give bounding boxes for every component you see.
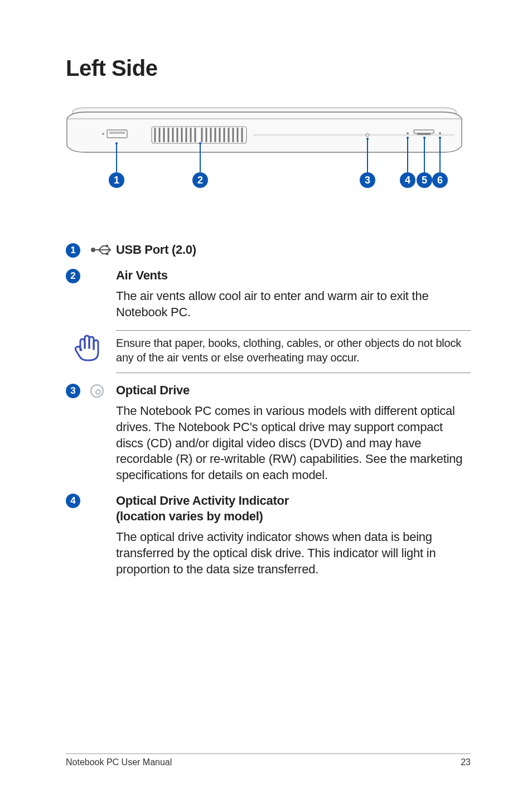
callout-line — [116, 143, 117, 172]
callout-line — [407, 138, 408, 172]
callout-layer: 1 2 3 4 5 6 — [64, 104, 465, 216]
footer-manual-title: Notebook PC User Manual — [66, 757, 172, 767]
caution-note: Ensure that paper, books, clothing, cabl… — [66, 330, 471, 373]
page-footer: Notebook PC User Manual 23 — [66, 753, 471, 767]
callout-bubble: 6 — [432, 172, 448, 188]
left-side-diagram: 1 2 3 4 5 6 — [64, 104, 465, 216]
callout-bubble: 5 — [417, 172, 432, 188]
footer-rule — [66, 753, 471, 754]
callout-line — [424, 138, 425, 172]
section-title: Air Vents — [116, 268, 471, 283]
svg-point-34 — [106, 253, 109, 255]
section-usb-port: 1 + USB Port (2.0) — [66, 243, 471, 258]
section-title: Optical Drive Activity Indicator (locati… — [116, 493, 471, 524]
disc-icon — [90, 384, 104, 398]
section-title: Optical Drive — [116, 383, 471, 398]
section-paragraph: The air vents allow cool air to enter an… — [116, 288, 471, 320]
section-paragraph: The Notebook PC comes in various models … — [116, 403, 471, 483]
callout-bubble: 1 — [109, 172, 124, 188]
section-number: 1 — [66, 243, 80, 258]
section-title-line1: Optical Drive Activity Indicator — [116, 494, 289, 508]
section-number: 2 — [66, 269, 80, 283]
hand-stop-icon — [72, 334, 101, 363]
svg-text:+: + — [105, 244, 108, 246]
callout-line — [439, 138, 441, 172]
section-number: 4 — [66, 494, 80, 508]
section-title: USB Port (2.0) — [116, 243, 471, 257]
section-paragraph: The optical drive activity indicator sho… — [116, 529, 471, 577]
callout-line — [200, 143, 201, 172]
section-title-line2: (location varies by model) — [116, 509, 263, 523]
callout-bubble: 3 — [360, 172, 375, 188]
usb-icon: + — [90, 243, 116, 258]
callout-line — [367, 139, 368, 172]
callout-bubble: 2 — [192, 172, 208, 188]
section-air-vents: 2 Air Vents The air vents allow cool air… — [66, 268, 471, 320]
section-optical-drive: 3 Optical Drive The Notebook PC comes in… — [66, 383, 471, 483]
page-title: Left Side — [66, 56, 471, 81]
section-optical-activity: 4 Optical Drive Activity Indicator (loca… — [66, 493, 471, 577]
section-number: 3 — [66, 384, 80, 398]
callout-bubble: 4 — [400, 172, 415, 188]
note-text: Ensure that paper, books, clothing, cabl… — [116, 330, 471, 373]
footer-page-number: 23 — [461, 757, 471, 767]
